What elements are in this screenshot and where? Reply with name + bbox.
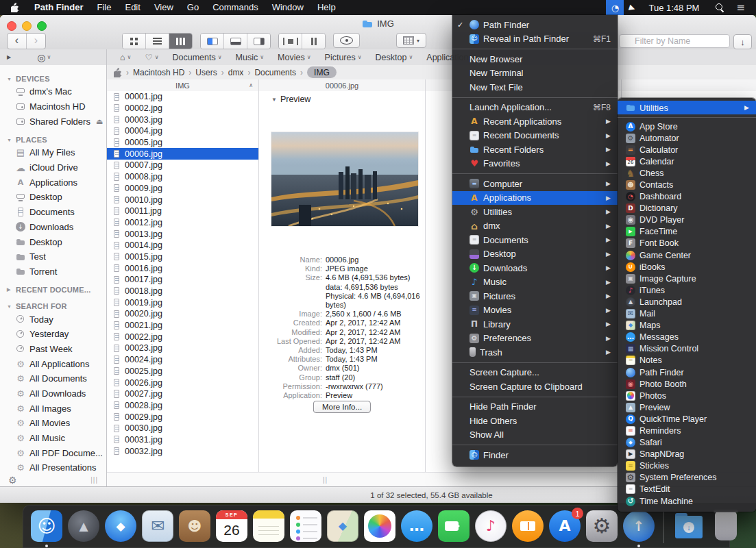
file-row-00027-jpg[interactable]: 00027.jpg (107, 388, 258, 400)
dock-notes[interactable] (253, 510, 284, 542)
dock-photos[interactable] (364, 510, 395, 542)
submenu-item-stickies[interactable]: ≡Stickies (618, 460, 756, 472)
submenu-item-utilities[interactable]: Utilities▶ (618, 101, 756, 114)
submenu-item-textedit[interactable]: ≡TextEdit (618, 484, 756, 495)
sidebar-item-dmx-s-mac[interactable]: dmx's Mac (7, 84, 106, 99)
disclosure-triangle-icon[interactable]: ▼ (7, 77, 12, 82)
bookmark-documents[interactable]: Documents∨ (167, 53, 228, 62)
file-row-00032-jpg[interactable]: 00032.jpg (107, 445, 258, 457)
submenu-item-game-center[interactable]: Game Center (618, 249, 756, 261)
menu-item-documents[interactable]: ≡Documents▶ (452, 233, 618, 247)
breadcrumb-current[interactable]: IMG (307, 66, 337, 78)
sidebar-item-downloads[interactable]: ↓Downloads (7, 220, 106, 235)
submenu-item-notes[interactable]: ≡Notes (618, 355, 756, 366)
sidebar-item-past-week[interactable]: Past Week (7, 342, 106, 357)
computer-root-icon[interactable] (114, 68, 122, 77)
menu-item-hide-path-finder[interactable]: Hide Path Finder (452, 400, 618, 414)
menu-bar-clock[interactable]: Tue 1:48 PM (640, 3, 707, 13)
submenu-item-time-machine[interactable]: ↺Time Machine (618, 495, 756, 507)
file-row-00008-jpg[interactable]: 00008.jpg (107, 171, 258, 183)
menu-item-pictures[interactable]: ▣Pictures▶ (452, 289, 618, 303)
file-row-00020-jpg[interactable]: 00020.jpg (107, 308, 258, 320)
file-row-00004-jpg[interactable]: 00004.jpg (107, 125, 258, 137)
submenu-item-reminders[interactable]: ≡Reminders (618, 425, 756, 436)
submenu-item-system-preferences[interactable]: ⚙System Preferences (618, 472, 756, 484)
file-row-00019-jpg[interactable]: 00019.jpg (107, 297, 258, 308)
menubar-item-edit[interactable]: Edit (118, 0, 147, 15)
sidebar-item-desktop[interactable]: Desktop (7, 234, 106, 249)
menu-item-trash[interactable]: Trash▶ (452, 345, 618, 360)
file-row-00015-jpg[interactable]: 00015.jpg (107, 251, 258, 263)
file-row-00010-jpg[interactable]: 00010.jpg (107, 194, 258, 206)
sidebar-item-yesterday[interactable]: Yesterday (7, 327, 106, 342)
breadcrumb-item-macintosh-hd[interactable]: Macintosh HD (133, 68, 184, 77)
dock-ibooks[interactable] (512, 510, 544, 542)
eject-icon[interactable]: ⏏ (96, 117, 103, 126)
menu-item-new-text-file[interactable]: New Text File (452, 80, 618, 95)
menu-item-new-terminal[interactable]: New Terminal (452, 66, 618, 81)
file-row-00028-jpg[interactable]: 00028.jpg (107, 400, 258, 412)
dock-itunes[interactable]: ♪ (475, 510, 507, 542)
submenu-item-contacts[interactable]: ☻Contacts (618, 179, 756, 190)
menu-item-movies[interactable]: ≡Movies▶ (452, 303, 618, 318)
file-row-00018-jpg[interactable]: 00018.jpg (107, 286, 258, 297)
file-row-00022-jpg[interactable]: 00022.jpg (107, 331, 258, 342)
file-row-00029-jpg[interactable]: 00029.jpg (107, 411, 258, 423)
menubar-item-help[interactable]: Help (310, 0, 343, 15)
dock-finder[interactable]: ☺ (31, 510, 62, 542)
menu-item-reveal-in-path-finder[interactable]: ☺Reveal in Path Finder⌘F1 (452, 32, 618, 47)
menubar-item-path-finder[interactable]: Path Finder (27, 0, 90, 15)
menu-item-screen-capture[interactable]: Screen Capture... (452, 366, 618, 380)
menu-item-music[interactable]: ♪Music▶ (452, 275, 618, 290)
file-row-00007-jpg[interactable]: 00007.jpg (107, 160, 258, 171)
dock-system-preferences[interactable]: ⚙ (586, 510, 618, 542)
sidebar-item-icloud-drive[interactable]: ☁iCloud Drive (7, 160, 106, 175)
dual-browser-button[interactable] (279, 34, 302, 49)
submenu-item-messages[interactable]: …Messages (618, 332, 756, 343)
dock-facetime[interactable] (438, 510, 470, 542)
disclosure-triangle-icon[interactable]: ▼ (7, 138, 12, 142)
sidebar-item-all-downloads[interactable]: ⚙All Downloads (7, 386, 106, 401)
sidebar-item-all-movies[interactable]: ⚙All Movies (7, 416, 106, 431)
disclosure-triangle-icon[interactable]: ▶ (7, 287, 12, 292)
file-row-00024-jpg[interactable]: 00024.jpg (107, 354, 258, 366)
file-row-00001-jpg[interactable]: 00001.jpg (107, 91, 258, 103)
menu-item-recent-documents[interactable]: ≡Recent Documents▶ (452, 129, 618, 143)
submenu-item-dictionary[interactable]: DDictionary (618, 203, 756, 214)
split-browser-button[interactable] (302, 34, 325, 49)
dock-messages[interactable]: … (401, 510, 432, 542)
submenu-item-photo-booth[interactable]: ◉Photo Booth (618, 378, 756, 390)
sidebar-item-torrent[interactable]: Torrent (7, 264, 106, 279)
sidebar-item-macintosh-hd[interactable]: Macintosh HD (7, 99, 106, 114)
favorites-bookmark[interactable]: ♡∨ (138, 52, 164, 62)
dock-contacts[interactable]: ☻ (179, 510, 210, 542)
dock-maps[interactable]: ◆ (327, 510, 358, 542)
submenu-item-app-store[interactable]: AApp Store (618, 121, 756, 132)
download-button[interactable]: ↓ (733, 34, 752, 49)
sidebar-item-all-my-files[interactable]: ▤All My Files (7, 145, 106, 160)
column-resize-grip[interactable]: || (323, 476, 328, 484)
sidebar-item-all-applications[interactable]: ⚙All Applications (7, 356, 106, 371)
submenu-item-calendar[interactable]: 26Calendar (618, 155, 756, 167)
file-row-00014-jpg[interactable]: 00014.jpg (107, 240, 258, 251)
sidebar-item-applications[interactable]: AApplications (7, 175, 106, 190)
submenu-item-snapndrag[interactable]: ▶SnapNDrag (618, 449, 756, 460)
submenu-item-automator[interactable]: ⚙Automator (618, 132, 756, 144)
action-gear-icon[interactable]: ⚙ (8, 475, 17, 486)
submenu-item-preview[interactable]: ▲Preview (618, 401, 756, 413)
menu-item-utilities[interactable]: ⚙Utilities▶ (452, 205, 618, 219)
target-menu[interactable]: ◎∨ (37, 52, 51, 63)
submenu-item-photos[interactable]: Photos (618, 390, 756, 401)
submenu-item-font-book[interactable]: FFont Book (618, 238, 756, 249)
menubar-item-commands[interactable]: Commands (206, 0, 265, 15)
icon-view-button[interactable] (123, 34, 145, 49)
bookmark-movies[interactable]: Movies∨ (271, 53, 317, 62)
home-bookmark[interactable]: ⌂∨ (114, 53, 137, 62)
submenu-item-ibooks[interactable]: ∪iBooks (618, 261, 756, 273)
dock-downloads[interactable]: ↓ (673, 510, 705, 542)
sidebar-item-all-pdf-docume[interactable]: ⚙All PDF Docume... (7, 445, 106, 460)
more-info-button[interactable]: More Info... (313, 401, 371, 413)
bottom-pane-button[interactable] (223, 34, 247, 49)
sidebar-section-recent-docume[interactable]: ▶RECENT DOCUME... (7, 284, 106, 295)
dock-calendar[interactable]: SEP26 (216, 510, 247, 542)
